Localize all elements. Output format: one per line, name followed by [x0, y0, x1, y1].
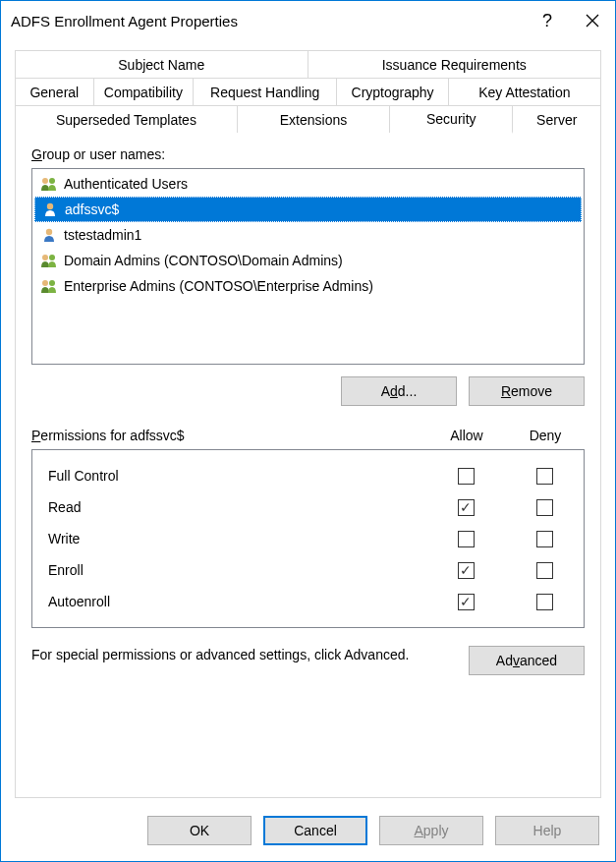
ok-button[interactable]: OK	[147, 816, 252, 845]
list-item[interactable]: tstestadmin1	[34, 222, 582, 248]
permission-row: Autoenroll	[32, 586, 584, 617]
allow-checkbox[interactable]	[458, 594, 475, 610]
tab-request-handling[interactable]: Request Handling	[194, 78, 337, 105]
titlebar: ADFS Enrollment Agent Properties ?	[1, 1, 615, 40]
group-icon	[38, 252, 60, 269]
svg-point-3	[49, 178, 55, 184]
list-item-label: tstestadmin1	[64, 227, 141, 243]
user-list[interactable]: Authenticated Usersadfssvc$tstestadmin1D…	[31, 168, 585, 365]
dialog-footer: OK Cancel Apply Help	[1, 798, 615, 861]
apply-button[interactable]: Apply	[379, 816, 483, 845]
svg-point-4	[47, 203, 53, 209]
tab-key-attestation[interactable]: Key Attestation	[449, 78, 601, 105]
tab-general[interactable]: General	[15, 78, 94, 105]
list-item-label: Domain Admins (CONTOSO\Domain Admins)	[64, 253, 343, 268]
deny-header: Deny	[506, 428, 585, 443]
tabs: Subject Name Issuance Requirements Gener…	[15, 50, 601, 133]
list-item-label: Authenticated Users	[64, 176, 188, 192]
permissions-label: Permissions for adfssvc$	[31, 428, 427, 443]
permission-row: Write	[32, 523, 584, 554]
help-button[interactable]: Help	[495, 816, 599, 845]
allow-checkbox[interactable]	[458, 562, 475, 579]
permission-name: Autoenroll	[48, 594, 426, 609]
add-button[interactable]: Add...	[341, 376, 457, 406]
deny-checkbox[interactable]	[536, 468, 553, 485]
permission-row: Enroll	[32, 554, 584, 586]
tab-issuance-requirements[interactable]: Issuance Requirements	[308, 50, 602, 78]
svg-point-6	[42, 255, 48, 260]
allow-checkbox[interactable]	[458, 468, 475, 485]
permission-row: Full Control	[32, 460, 584, 491]
deny-checkbox[interactable]	[536, 562, 553, 579]
permissions-box: Full ControlReadWriteEnrollAutoenroll	[31, 449, 585, 628]
help-icon[interactable]: ?	[525, 1, 570, 40]
permission-name: Full Control	[48, 468, 426, 484]
svg-point-8	[42, 280, 48, 286]
user-icon	[39, 201, 61, 218]
tab-superseded-templates[interactable]: Superseded Templates	[15, 105, 238, 133]
permission-name: Write	[48, 531, 426, 546]
permission-name: Enroll	[48, 562, 426, 578]
tab-extensions[interactable]: Extensions	[238, 105, 390, 133]
tab-security[interactable]: Security	[390, 105, 513, 134]
allow-header: Allow	[427, 428, 506, 443]
deny-checkbox[interactable]	[536, 594, 553, 610]
allow-checkbox[interactable]	[458, 499, 475, 516]
svg-point-2	[42, 178, 48, 184]
group-user-names-label: Group or user names:	[31, 146, 585, 162]
list-item[interactable]: Domain Admins (CONTOSO\Domain Admins)	[34, 248, 582, 273]
group-icon	[38, 277, 60, 295]
deny-checkbox[interactable]	[536, 531, 553, 547]
advanced-button[interactable]: Advanced	[469, 646, 585, 675]
svg-point-9	[49, 280, 55, 286]
window-title: ADFS Enrollment Agent Properties	[11, 13, 525, 29]
permission-row: Read	[32, 491, 584, 523]
tab-subject-name[interactable]: Subject Name	[15, 50, 308, 78]
security-panel: Group or user names: Authenticated Users…	[15, 133, 601, 798]
remove-button[interactable]: Remove	[469, 376, 585, 406]
allow-checkbox[interactable]	[458, 531, 475, 547]
tab-compatibility[interactable]: Compatibility	[94, 78, 194, 105]
cancel-button[interactable]: Cancel	[263, 816, 367, 845]
tab-server[interactable]: Server	[513, 105, 601, 133]
user-icon	[38, 226, 60, 244]
svg-point-5	[46, 229, 52, 235]
tab-cryptography[interactable]: Cryptography	[337, 78, 448, 105]
permission-name: Read	[48, 499, 426, 515]
list-item[interactable]: adfssvc$	[34, 197, 582, 222]
group-icon	[38, 175, 60, 193]
list-item-label: Enterprise Admins (CONTOSO\Enterprise Ad…	[64, 278, 373, 294]
list-item[interactable]: Authenticated Users	[34, 171, 582, 197]
list-item[interactable]: Enterprise Admins (CONTOSO\Enterprise Ad…	[34, 273, 582, 299]
close-icon[interactable]	[570, 1, 615, 40]
list-item-label: adfssvc$	[65, 201, 119, 217]
advanced-hint: For special permissions or advanced sett…	[31, 646, 459, 664]
deny-checkbox[interactable]	[536, 499, 553, 516]
svg-point-7	[49, 255, 55, 260]
